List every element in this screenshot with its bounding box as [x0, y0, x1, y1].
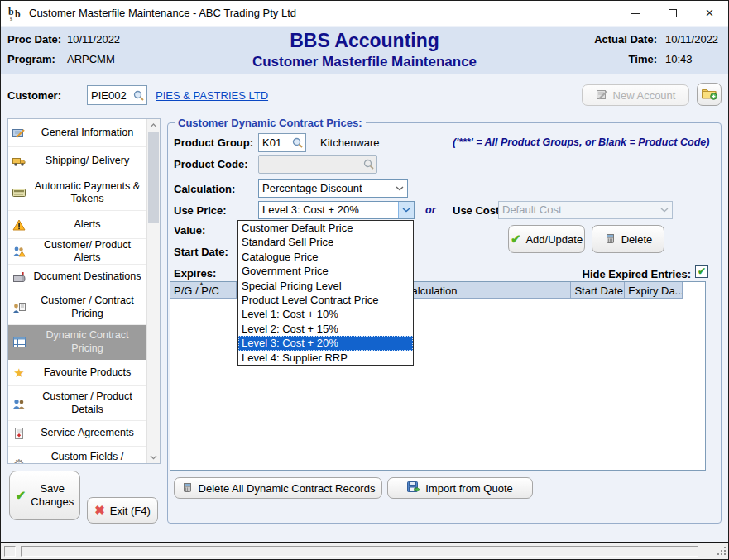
warning-icon — [8, 219, 30, 231]
sidebar-item-dynamic-contract-pricing[interactable]: Dynamic Contract Pricing — [8, 325, 146, 360]
import-from-quote-button[interactable]: Import from Quote — [387, 477, 533, 499]
use-cost-label: Use Cost: — [453, 204, 503, 217]
sidebar-item-service-agreements[interactable]: Service Agreements — [8, 421, 146, 447]
svg-text:b: b — [15, 8, 21, 20]
delete-button[interactable]: Delete — [592, 225, 664, 253]
delete-all-records-button[interactable]: Delete All Dynamic Contract Records — [174, 477, 382, 499]
use-cost-select[interactable]: Default Cost — [498, 201, 673, 219]
hide-expired-checkbox[interactable]: ✔ — [695, 265, 708, 278]
resize-grip[interactable] — [717, 546, 727, 558]
new-account-icon — [596, 89, 608, 103]
customer-code-input[interactable] — [90, 89, 133, 102]
product-group-field[interactable] — [258, 133, 306, 152]
star-icon: ★ — [8, 366, 30, 381]
grid-column-start-date[interactable]: Start Date — [571, 282, 625, 299]
calculation-select[interactable]: Percentage Discount — [258, 179, 408, 198]
chevron-down-icon[interactable] — [398, 202, 414, 218]
time-label: Time: — [529, 53, 665, 65]
use-price-option[interactable]: Special Pricing Level — [238, 279, 413, 293]
sidebar-item-general-information[interactable]: General Information — [8, 119, 146, 147]
search-icon — [363, 159, 374, 170]
use-price-option[interactable]: Customer Default Price — [238, 221, 413, 235]
sidebar-item-automatic-payments[interactable]: Automatic Payments & Tokens — [8, 175, 146, 211]
sidebar-item-shipping-delivery[interactable]: Shipping/ Delivery — [8, 147, 146, 175]
grid-column-calculation[interactable]: Calculation — [400, 282, 571, 299]
grid-column-filler — [683, 282, 705, 299]
maximize-button[interactable] — [654, 1, 691, 26]
time-value: 10:43 — [665, 53, 723, 65]
delete-icon — [181, 481, 194, 495]
product-code-field[interactable] — [258, 155, 377, 174]
use-price-option[interactable]: Catalogue Price — [238, 250, 413, 264]
use-price-label: Use Price: — [174, 204, 227, 217]
product-group-input[interactable] — [261, 136, 292, 149]
sidebar-item-customer-contract-pricing[interactable]: Customer / Contract Pricing — [8, 290, 146, 325]
use-price-option[interactable]: Level 2: Cost + 15% — [238, 322, 413, 336]
close-icon: × — [706, 5, 714, 22]
person-board-icon — [8, 302, 30, 314]
sidebar-item-alerts[interactable]: Alerts — [8, 211, 146, 239]
use-price-option[interactable]: Level 3: Cost + 20% — [238, 336, 413, 350]
import-disk-icon — [407, 481, 420, 495]
actual-date-value: 10/11/2022 — [665, 33, 723, 45]
people-icon — [8, 398, 30, 409]
customer-name-link[interactable]: PIES & PASTRIES LTD — [156, 89, 268, 102]
use-price-select[interactable]: Level 3: Cost + 20% — [258, 201, 415, 219]
customer-code-field[interactable] — [87, 85, 147, 105]
product-code-input[interactable] — [261, 158, 363, 170]
expires-label: Expires: — [174, 267, 216, 280]
sidebar-scrollbar[interactable] — [146, 119, 160, 463]
content-area: Customer: PIES & PASTRIES LTD New Accoun… — [1, 74, 728, 542]
checkmark-icon: ✔ — [698, 266, 706, 276]
people-warning-icon — [8, 246, 30, 257]
sidebar-item-customer-product-alerts[interactable]: Customer/ Product Alerts — [8, 239, 146, 265]
save-changes-button[interactable]: ✔ Save Changes — [9, 471, 80, 520]
chevron-down-icon[interactable] — [391, 180, 407, 197]
scroll-down-icon[interactable] — [147, 451, 160, 463]
chevron-down-icon — [656, 202, 672, 218]
truck-icon — [8, 156, 30, 167]
grid-column-expiry-date[interactable]: Expiry Da... — [625, 282, 683, 299]
status-message-panel — [21, 546, 698, 557]
grid-column-pg-pc[interactable]: ▲ P/G / P/C — [170, 282, 237, 299]
use-price-option[interactable]: Product Level Contract Price — [238, 293, 413, 307]
sidebar-item-favourite-products[interactable]: ★ Favourite Products — [8, 360, 146, 386]
svg-text:s: s — [10, 15, 12, 22]
close-button[interactable]: × — [691, 1, 728, 26]
product-group-description: Kitchenware — [320, 136, 380, 149]
panel-title: Customer Dynamic Contract Prices: — [175, 117, 366, 129]
use-price-option[interactable]: Level 1: Cost + 10% — [238, 307, 413, 321]
title-bar: bbs Customer Masterfile Maintenance - AB… — [1, 1, 728, 26]
delete-icon — [604, 232, 616, 246]
document-seal-icon — [8, 428, 30, 439]
or-text: or — [425, 204, 436, 216]
use-price-option[interactable]: Standard Sell Price — [238, 235, 413, 249]
sort-ascending-icon: ▲ — [199, 282, 204, 286]
scrollbar-thumb[interactable] — [148, 132, 159, 223]
add-update-button[interactable]: ✔ Add/Update — [508, 225, 585, 253]
use-price-option[interactable]: Government Price — [238, 264, 413, 278]
search-icon[interactable] — [133, 90, 144, 101]
sidebar: General Information Shipping/ Delivery A… — [7, 118, 161, 464]
dynamic-contract-prices-panel: Customer Dynamic Contract Prices: Produc… — [167, 122, 722, 524]
open-account-folder-button[interactable] — [697, 83, 722, 106]
minimize-button[interactable] — [616, 1, 654, 26]
use-price-option[interactable]: Level 4: Supplier RRP — [238, 351, 413, 365]
credit-card-icon — [8, 188, 30, 198]
exit-button[interactable]: ✖ Exit (F4) — [87, 497, 158, 524]
customer-label: Customer: — [7, 89, 61, 102]
app-window: bbs Customer Masterfile Maintenance - AB… — [0, 0, 729, 560]
product-group-label: Product Group: — [174, 136, 253, 149]
mailbox-icon — [8, 271, 30, 283]
sidebar-item-customer-product-details[interactable]: Customer / Product Details — [8, 386, 146, 421]
scroll-up-icon[interactable] — [147, 119, 160, 132]
edit-card-icon — [8, 127, 30, 139]
sidebar-item-document-destinations[interactable]: Document Destinations — [8, 265, 146, 290]
check-icon: ✔ — [16, 488, 26, 503]
sidebar-item-custom-fields[interactable]: ⚙ Custom Fields / Attributes — [8, 447, 146, 464]
calculation-label: Calculation: — [174, 183, 235, 195]
search-icon[interactable] — [292, 137, 303, 148]
new-account-button[interactable]: New Account — [582, 84, 689, 106]
table-icon — [8, 337, 30, 347]
use-price-dropdown-list[interactable]: Customer Default Price Standard Sell Pri… — [237, 220, 414, 366]
